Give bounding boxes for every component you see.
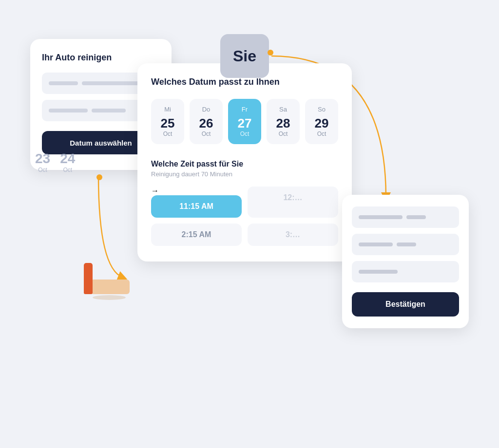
field-line-3a	[359, 270, 398, 274]
scene: Ihr Auto reinigen Datum auswählen 23 Oct…	[30, 24, 469, 424]
card-right: Bestätigen	[342, 195, 469, 328]
time-slot-1115[interactable]: 11:15 AM	[151, 195, 242, 218]
time-slot-3[interactable]: 3:…	[248, 224, 338, 246]
stamp-handle	[84, 263, 93, 294]
day-num-29: 29	[315, 117, 329, 130]
confirm-field-2[interactable]	[352, 234, 459, 255]
time-slot-12[interactable]: 12:…	[248, 187, 338, 218]
day-name-so: So	[318, 106, 326, 113]
date-partial-23: 23 Oct	[35, 151, 50, 173]
field-line-1a	[359, 215, 403, 219]
cal-day-mi[interactable]: Mi 25 Oct	[151, 99, 184, 144]
date-num-24: 24	[60, 151, 75, 167]
time-slot-215[interactable]: 2:15 AM	[151, 224, 242, 246]
confirm-field-1[interactable]	[352, 206, 459, 228]
cal-day-do[interactable]: Do 26 Oct	[190, 99, 223, 144]
date-mon-23: Oct	[35, 167, 50, 173]
time-subtitle: Reinigung dauert 70 Minuten	[151, 170, 338, 178]
stamp-illustration	[84, 263, 130, 300]
cal-day-fr[interactable]: Fr 27 Oct	[228, 99, 261, 144]
connector-dot-left	[96, 174, 102, 180]
avatar-label: Sie	[233, 47, 256, 65]
confirm-field-3[interactable]	[352, 261, 459, 282]
field-line-1b	[406, 215, 426, 219]
day-mon-28: Oct	[279, 131, 288, 137]
field-line-2a	[359, 243, 393, 246]
date-mon-24: Oct	[60, 167, 75, 173]
card-center: Welches Datum passt zu Ihnen Mi 25 Oct D…	[137, 63, 352, 261]
day-name-mi: Mi	[164, 106, 171, 113]
time-title: Welche Zeit passt für Sie	[151, 160, 338, 168]
day-num-26: 26	[199, 117, 213, 130]
day-mon-29: Oct	[317, 131, 326, 137]
dates-partial: 23 Oct 24 Oct	[35, 151, 75, 173]
field-line-2b	[397, 243, 416, 246]
time-arrow: →	[151, 187, 159, 195]
day-num-25: 25	[161, 117, 175, 130]
stamp-base	[91, 280, 130, 294]
card-center-title: Welches Datum passt zu Ihnen	[151, 77, 338, 87]
cal-day-sa[interactable]: Sa 28 Oct	[267, 99, 300, 144]
day-num-27: 27	[238, 117, 252, 130]
day-num-28: 28	[276, 117, 290, 130]
day-name-do: Do	[202, 106, 211, 113]
date-partial-24: 24 Oct	[60, 151, 75, 173]
input-line-2a	[49, 109, 88, 112]
input-line-2b	[92, 109, 126, 112]
input-line-1b	[82, 81, 140, 85]
day-mon-27: Oct	[240, 131, 250, 137]
time-grid: → 11:15 AM 12:… 2:15 AM 3:…	[151, 187, 338, 246]
confirm-button[interactable]: Bestätigen	[352, 292, 459, 317]
calendar-grid: Mi 25 Oct Do 26 Oct Fr 27 Oct Sa 28 Oct …	[151, 99, 338, 144]
card-left-title: Ihr Auto reinigen	[42, 53, 160, 63]
day-mon-26: Oct	[202, 131, 211, 137]
avatar-connector-dot	[268, 50, 273, 56]
time-section: Welche Zeit passt für Sie Reinigung daue…	[151, 160, 338, 246]
avatar-sie: Sie	[220, 34, 269, 78]
date-num-23: 23	[35, 151, 50, 167]
cal-day-so[interactable]: So 29 Oct	[305, 99, 338, 144]
day-mon-25: Oct	[163, 131, 173, 137]
input-line-1a	[49, 81, 78, 85]
day-name-sa: Sa	[279, 106, 287, 113]
day-name-fr: Fr	[242, 106, 248, 113]
stamp-shadow	[93, 295, 126, 300]
